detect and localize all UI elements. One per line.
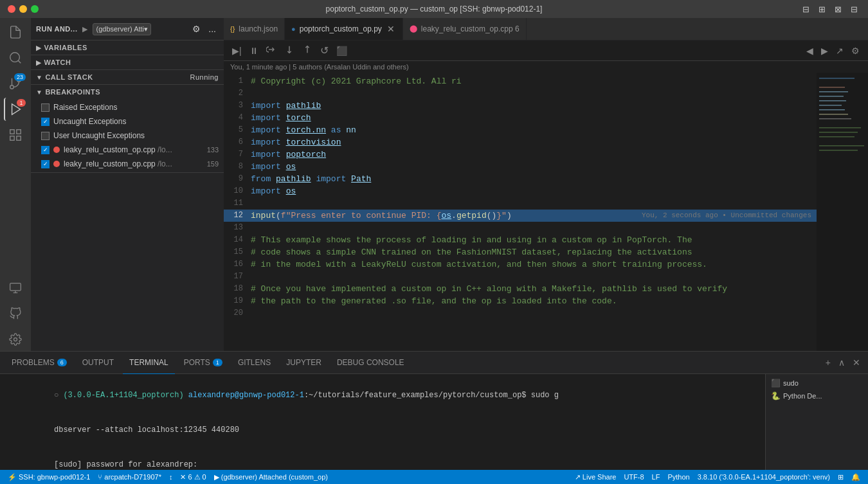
warning-icon: ⚠ bbox=[194, 473, 201, 481]
leaky-159-line: 159 bbox=[207, 160, 219, 168]
status-errors[interactable]: ✕ 6 ⚠ 0 bbox=[177, 473, 208, 481]
code-editor[interactable]: 1 # Copyright (c) 2021 Graphcore Ltd. Al… bbox=[224, 73, 817, 351]
status-sync[interactable]: ↕ bbox=[167, 473, 176, 481]
tab-jupyter-label: JUPYTER bbox=[286, 358, 321, 367]
debug-nav-back-icon[interactable]: ◀ bbox=[803, 44, 817, 58]
layout4-icon[interactable]: ⊟ bbox=[848, 3, 860, 15]
debug-more-icon[interactable]: ... bbox=[206, 22, 219, 35]
call-stack-header[interactable]: ▼ CALL STACK Running bbox=[31, 70, 224, 84]
tab-debug-console[interactable]: DEBUG CONSOLE bbox=[330, 352, 411, 374]
leaky-159-checkbox[interactable] bbox=[41, 160, 50, 168]
debug-step-over-btn[interactable] bbox=[263, 42, 280, 58]
layout-icon2: ⊞ bbox=[838, 473, 844, 481]
run-debug-badge: 1 bbox=[17, 99, 26, 107]
status-ssh[interactable]: ⚡ SSH: gbnwp-pod012-1 bbox=[5, 473, 93, 481]
tab-problems[interactable]: PROBLEMS 6 bbox=[5, 352, 73, 374]
layout3-icon[interactable]: ⊠ bbox=[832, 3, 844, 15]
debug-controls-bar: ▶| ⏸ bbox=[224, 40, 868, 61]
line-num-1: 1 bbox=[224, 75, 251, 87]
status-bell[interactable]: 🔔 bbox=[849, 473, 863, 481]
line-content-18: # Once you have implemented a custom op … bbox=[251, 283, 817, 295]
debug-stop-btn[interactable]: ⬛ bbox=[333, 44, 350, 58]
terminal-python-item[interactable]: 🐍 Python De... bbox=[768, 390, 865, 402]
status-encoding[interactable]: UTF-8 bbox=[621, 473, 646, 481]
tab-poptorch[interactable]: ● poptorch_custom_op.py ✕ bbox=[285, 18, 403, 40]
debug-step-out-btn[interactable] bbox=[299, 42, 316, 58]
line-content-15: # code shows a simple CNN trained on the… bbox=[251, 246, 817, 258]
svg-rect-20 bbox=[819, 100, 846, 102]
tab-ports[interactable]: PORTS 1 bbox=[177, 352, 229, 374]
debug-pause-btn[interactable]: ⏸ bbox=[246, 44, 262, 58]
source-control-icon[interactable]: 23 bbox=[4, 72, 27, 95]
status-version[interactable]: 3.8.10 ('3.0.0-EA.1+1104_poptorch': venv… bbox=[695, 473, 833, 481]
debug-settings-icon[interactable]: ⚙ bbox=[190, 22, 203, 35]
live-share-icon: ↗ bbox=[575, 473, 581, 481]
tab-terminal-label: TERMINAL bbox=[129, 358, 168, 367]
terminal-prompt-text: (3.0.0-EA.1+1104_poptorch) bbox=[63, 391, 183, 400]
svg-rect-25 bbox=[819, 127, 861, 129]
line-content-10: import os bbox=[251, 185, 817, 197]
variables-section: ▶ VARIABLES bbox=[31, 40, 224, 55]
explorer-icon[interactable] bbox=[4, 21, 27, 44]
user-uncaught-checkbox[interactable] bbox=[41, 132, 50, 140]
layout-icon[interactable]: ⊟ bbox=[800, 3, 812, 15]
status-live-share[interactable]: ↗ Live Share bbox=[572, 473, 619, 481]
svg-rect-10 bbox=[10, 283, 21, 291]
debug-continue-btn[interactable]: ▶| bbox=[229, 44, 245, 58]
status-line-ending[interactable]: LF bbox=[649, 473, 663, 481]
terminal-sudo-item[interactable]: ⬛ sudo bbox=[768, 377, 865, 390]
tab-leaky-relu[interactable]: ⬤ leaky_relu_custom_op.cpp 6 bbox=[403, 18, 527, 40]
tab-terminal[interactable]: TERMINAL bbox=[123, 352, 175, 374]
maximize-button[interactable] bbox=[31, 5, 39, 13]
line-content-2 bbox=[251, 87, 817, 100]
tab-gitlens[interactable]: GITLENS bbox=[231, 352, 277, 374]
uncaught-exceptions-checkbox[interactable] bbox=[41, 118, 50, 126]
breakpoint-raised-exceptions[interactable]: Raised Exceptions bbox=[31, 100, 224, 114]
layout2-icon[interactable]: ⊞ bbox=[816, 3, 828, 15]
settings-icon[interactable] bbox=[4, 328, 27, 351]
tab-poptorch-label: poptorch_custom_op.py bbox=[300, 24, 382, 33]
debug-controls-right: ◀ ▶ ↗ ⚙ bbox=[803, 44, 863, 58]
breakpoint-leaky-relu-133[interactable]: leaky_relu_custom_op.cpp /lo... 133 bbox=[31, 143, 224, 157]
breakpoints-header[interactable]: ▼ BREAKPOINTS bbox=[31, 85, 224, 99]
panel-up-icon[interactable]: ∧ bbox=[836, 356, 847, 369]
debug-step-into-btn[interactable] bbox=[281, 42, 298, 58]
close-button[interactable] bbox=[8, 5, 15, 13]
search-icon[interactable] bbox=[4, 46, 27, 69]
panel-add-icon[interactable]: + bbox=[823, 356, 833, 369]
breakpoint-user-uncaught[interactable]: User Uncaught Exceptions bbox=[31, 129, 224, 143]
status-layout[interactable]: ⊞ bbox=[835, 473, 846, 481]
debug-config-select[interactable]: (gdbserver) Atti▾ bbox=[93, 23, 151, 35]
tab-output[interactable]: OUTPUT bbox=[76, 352, 120, 374]
traffic-lights[interactable] bbox=[8, 5, 39, 13]
panel-close-panel-icon[interactable]: ✕ bbox=[850, 356, 863, 369]
raised-exceptions-checkbox[interactable] bbox=[41, 103, 50, 112]
remote-explorer-icon[interactable] bbox=[4, 276, 27, 300]
minimize-button[interactable] bbox=[19, 5, 27, 13]
minimap bbox=[817, 73, 868, 351]
status-branch[interactable]: ⑂ arcpatch-D71907* bbox=[95, 473, 164, 481]
line-num-5: 5 bbox=[224, 124, 251, 136]
line-num-2: 2 bbox=[224, 87, 251, 100]
terminal-content[interactable]: ○ (3.0.0-EA.1+1104_poptorch) alexandrep@… bbox=[0, 374, 765, 470]
extensions-icon[interactable] bbox=[4, 123, 27, 147]
leaky-133-checkbox[interactable] bbox=[41, 146, 50, 154]
debug-goto-icon[interactable]: ↗ bbox=[833, 44, 847, 58]
breakpoint-uncaught-exceptions[interactable]: Uncaught Exceptions bbox=[31, 114, 224, 129]
line-num-3: 3 bbox=[224, 100, 251, 112]
status-debugger[interactable]: ▶ (gdbserver) Attached (custom_op) bbox=[212, 473, 330, 481]
status-language[interactable]: Python bbox=[665, 473, 692, 481]
debug-play-icon[interactable]: ▶ bbox=[82, 25, 87, 33]
run-debug-icon[interactable]: 1 bbox=[4, 98, 27, 121]
debug-restart-btn[interactable]: ↺ bbox=[317, 42, 332, 58]
github-icon[interactable] bbox=[4, 302, 27, 325]
tab-poptorch-close[interactable]: ✕ bbox=[386, 24, 396, 34]
live-share-text: Live Share bbox=[583, 473, 617, 481]
tab-jupyter[interactable]: JUPYTER bbox=[280, 352, 328, 374]
tab-launch-json[interactable]: {} launch.json bbox=[224, 18, 285, 40]
variables-header[interactable]: ▶ VARIABLES bbox=[31, 40, 224, 55]
debug-settings2-icon[interactable]: ⚙ bbox=[848, 44, 863, 58]
breakpoint-leaky-relu-159[interactable]: leaky_relu_custom_op.cpp /lo... 159 bbox=[31, 157, 224, 171]
watch-header[interactable]: ▶ WATCH bbox=[31, 55, 224, 69]
debug-nav-forward-icon[interactable]: ▶ bbox=[818, 44, 831, 58]
